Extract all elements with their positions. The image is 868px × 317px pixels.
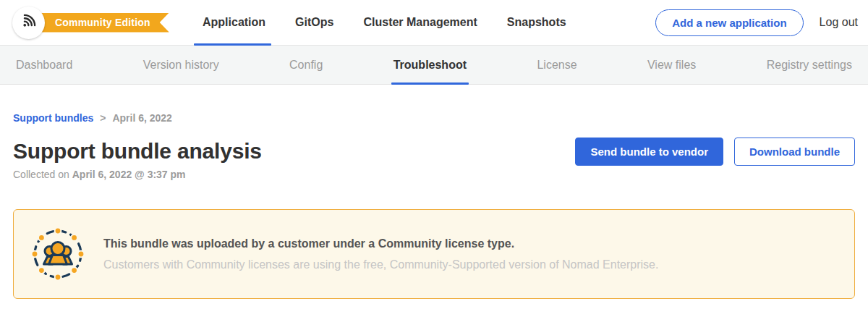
main-tabs: Application GitOps Cluster Management Sn… (203, 0, 566, 45)
add-new-application-button[interactable]: Add a new application (655, 9, 803, 36)
page-title: Support bundle analysis (13, 139, 262, 164)
page-header: Support bundle analysis Collected on Apr… (13, 139, 855, 180)
banner-text: This bundle was uploaded by a customer u… (103, 237, 658, 271)
community-edition-badge: Community Edition (29, 13, 169, 33)
top-navigation: Community Edition Application GitOps Clu… (0, 0, 868, 46)
subnav-item-config[interactable]: Config (289, 46, 323, 84)
page-title-block: Support bundle analysis Collected on Apr… (13, 139, 262, 180)
send-bundle-to-vendor-button[interactable]: Send bundle to vendor (575, 138, 723, 166)
tab-cluster-management[interactable]: Cluster Management (363, 0, 477, 45)
collected-date: April 6, 2022 @ 3:37 pm (72, 169, 186, 180)
collected-prefix: Collected on (13, 169, 72, 180)
topnav-right: Add a new application Log out (655, 9, 858, 36)
banner-body: Customers with Community licenses are us… (103, 258, 658, 271)
banner-heading: This bundle was uploaded by a customer u… (103, 237, 658, 250)
breadcrumb-support-bundles-link[interactable]: Support bundles (13, 112, 93, 124)
app-logo (12, 7, 45, 39)
download-bundle-button[interactable]: Download bundle (734, 138, 855, 166)
subnav-item-troubleshoot[interactable]: Troubleshoot (393, 46, 467, 84)
tab-snapshots[interactable]: Snapshots (507, 0, 566, 45)
subnav-item-view-files[interactable]: View files (647, 46, 696, 84)
log-out-link[interactable]: Log out (820, 16, 858, 29)
subnav-item-registry-settings[interactable]: Registry settings (767, 46, 852, 84)
application-subnav: Dashboard Version history Config Trouble… (0, 46, 868, 85)
brand: Community Edition (14, 0, 182, 46)
subnav-item-dashboard[interactable]: Dashboard (16, 46, 72, 84)
tab-application[interactable]: Application (203, 0, 265, 45)
breadcrumb-current: April 6, 2022 (112, 112, 172, 124)
subnav-item-version-history[interactable]: Version history (143, 46, 219, 84)
tab-gitops[interactable]: GitOps (295, 0, 333, 45)
breadcrumb: Support bundles>April 6, 2022 (13, 112, 855, 124)
breadcrumb-separator: > (100, 112, 106, 124)
community-icon (31, 227, 85, 281)
bundle-actions: Send bundle to vendor Download bundle (575, 138, 855, 166)
collected-timestamp: Collected on April 6, 2022 @ 3:37 pm (13, 169, 262, 180)
subnav-item-license[interactable]: License (537, 46, 576, 84)
community-license-banner: This bundle was uploaded by a customer u… (13, 209, 855, 299)
replicated-logo-icon (19, 12, 38, 34)
main-content: Support bundles>April 6, 2022 Support bu… (0, 112, 868, 299)
